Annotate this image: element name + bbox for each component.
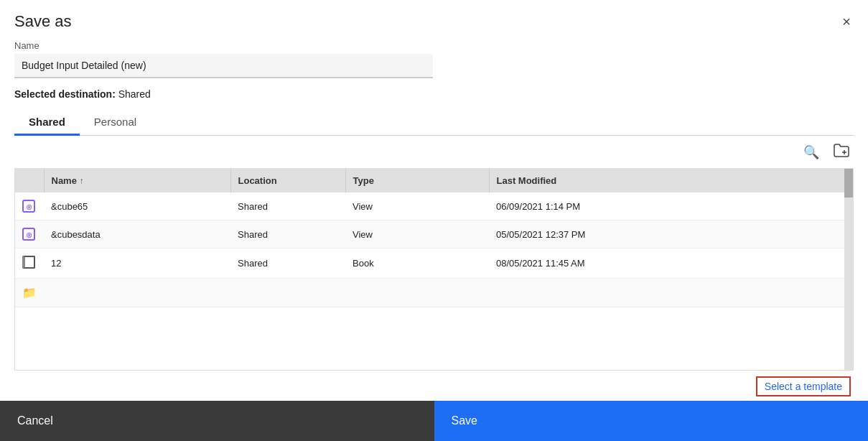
folder-row-icon: 📁 [22,287,37,299]
cell-location: Shared [230,249,345,279]
name-label: Name [14,40,854,51]
cell-name [44,279,230,307]
save-button[interactable]: Save [434,401,869,441]
cell-location [230,279,345,307]
table-row[interactable]: 12 Shared Book 08/05/2021 11:45 AM [15,249,853,279]
selected-destination: Selected destination: Shared [14,88,854,100]
scrollbar-thumb [844,169,853,198]
cell-name: &cube65 [44,192,230,220]
cube-icon: ⊗ [22,200,35,213]
cell-location: Shared [230,192,345,220]
cell-last-modified [489,279,853,307]
file-table: Name ↑ Location Type Last Modified ⊗ &cu… [15,169,853,307]
dialog-header: Save as × [0,0,868,37]
cell-location: Shared [230,220,345,249]
name-input[interactable] [14,54,433,78]
selected-destination-value: Shared [118,88,151,100]
search-button[interactable]: 🔍 [799,141,823,163]
table-header-row: Name ↑ Location Type Last Modified [15,169,853,192]
cell-type: View [345,220,489,249]
cell-type: View [345,192,489,220]
table-row[interactable]: 📁 [15,279,853,307]
tab-personal[interactable]: Personal [80,110,151,136]
table-row[interactable]: ⊗ &cubesdata Shared View 05/05/2021 12:3… [15,220,853,249]
row-icon-cell: 📁 [15,279,44,307]
cell-name: 12 [44,249,230,279]
dialog-footer: Cancel Save [0,401,868,441]
cell-last-modified: 06/09/2021 1:14 PM [489,192,853,220]
close-button[interactable]: × [839,11,854,32]
toolbar: 🔍 [14,136,854,168]
cancel-button[interactable]: Cancel [0,401,434,441]
th-icon [15,169,44,192]
tabs-container: Shared Personal [14,110,854,136]
file-table-container[interactable]: Name ↑ Location Type Last Modified ⊗ &cu… [14,168,854,371]
search-icon: 🔍 [803,145,819,159]
sort-arrow-icon: ↑ [80,176,84,186]
tab-shared[interactable]: Shared [14,110,80,136]
dialog-title: Save as [14,12,72,31]
row-icon-cell: ⊗ [15,192,44,220]
book-icon [22,256,35,269]
save-as-dialog: Save as × Name Selected destination: Sha… [0,0,868,441]
cell-last-modified: 05/05/2021 12:37 PM [489,220,853,249]
th-name[interactable]: Name ↑ [44,169,230,192]
cell-type [345,279,489,307]
cell-last-modified: 08/05/2021 11:45 AM [489,249,853,279]
selected-destination-label: Selected destination: [14,88,116,100]
cell-type: Book [345,249,489,279]
th-type[interactable]: Type [345,169,489,192]
scrollbar[interactable] [844,169,853,370]
th-location[interactable]: Location [230,169,345,192]
row-icon-cell [15,249,44,279]
dialog-body: Name Selected destination: Shared Shared… [0,37,868,401]
table-body: ⊗ &cube65 Shared View 06/09/2021 1:14 PM… [15,192,853,307]
select-template-button[interactable]: Select a template [756,376,851,396]
new-folder-button[interactable] [829,140,854,164]
th-last-modified[interactable]: Last Modified [489,169,853,192]
folder-icon [834,146,849,160]
select-template-area: Select a template [14,371,854,401]
table-row[interactable]: ⊗ &cube65 Shared View 06/09/2021 1:14 PM [15,192,853,220]
cell-name: &cubesdata [44,220,230,249]
row-icon-cell: ⊗ [15,220,44,249]
cube-icon: ⊗ [22,228,35,241]
